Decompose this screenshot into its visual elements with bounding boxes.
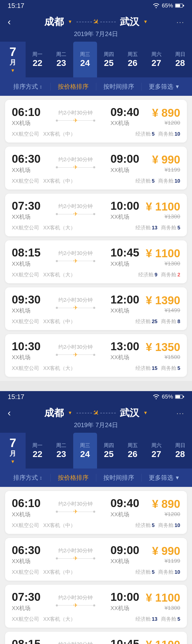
- day-label: 周一: [32, 442, 42, 449]
- duration: 约2小时30分钟: [58, 344, 92, 350]
- date-day-27[interactable]: 周六 27: [144, 433, 168, 469]
- more-button-2[interactable]: ···: [172, 409, 184, 417]
- sort-item-3[interactable]: 更多筛选▼: [142, 83, 187, 91]
- econ-seats: 经济舱 5: [135, 522, 155, 529]
- flight-card-1[interactable]: 06:30 XX机场 约2小时30分钟 ✈ 09:00 XX机场: [5, 538, 187, 581]
- sort-item-2[interactable]: 按时间排序: [96, 474, 142, 482]
- date-day-22[interactable]: 周一 22: [26, 42, 49, 77]
- to-city-2[interactable]: 武汉: [120, 406, 139, 419]
- flight-card-2[interactable]: 07:30 XX机场 约2小时30分钟 ✈ 10:00 XX机场: [5, 585, 187, 627]
- sort-item-0[interactable]: 排序方式↕: [5, 83, 50, 91]
- biz-count: 5: [177, 225, 180, 231]
- dep-time: 09:30: [12, 294, 41, 306]
- flight-card-0[interactable]: 06:10 XX机场 约2小时30分钟 ✈ 09:40 XX机场: [5, 491, 187, 534]
- arrival-info: 09:40 XX机场: [110, 106, 139, 127]
- date-day-27[interactable]: 周六 27: [144, 42, 168, 77]
- arr-time: 10:00: [110, 200, 139, 212]
- sort-item-1[interactable]: 按价格排序: [51, 83, 96, 91]
- date-day-23[interactable]: 周二 23: [49, 433, 73, 469]
- airline-name: XX航空公司: [12, 365, 39, 372]
- date-day-28[interactable]: 周日 28: [168, 42, 192, 77]
- flight-card-1[interactable]: 06:30 XX机场 约2小时30分钟 ✈ 09:00 XX机场: [5, 147, 187, 189]
- arr-airport: XX机场: [110, 557, 139, 565]
- flight-card-5[interactable]: 10:30 XX机场 约2小时30分钟 ✈ 13:00 XX机场: [5, 334, 187, 377]
- duration: 约2小时30分钟: [58, 109, 92, 116]
- departure-info: 06:10 XX机场: [12, 106, 41, 127]
- back-button-2[interactable]: ‹: [8, 408, 20, 418]
- flight-card-4[interactable]: 09:30 XX机场 约2小时30分钟 ✈ 12:00 XX机场: [5, 287, 187, 330]
- month-number-2: 7: [9, 437, 16, 449]
- flight-card-3[interactable]: 08:15 XX机场 约2小时30分钟 ✈ 10:45 XX机场: [5, 240, 187, 283]
- biz-count: 5: [177, 365, 180, 371]
- econ-count: 5: [152, 569, 155, 575]
- from-city-arrow-2: ▼: [68, 410, 72, 416]
- date-picker: 7 月 ▼ 周一 22 周二 23 周三 24 周四 25 周五 26 周六 2…: [0, 42, 192, 77]
- to-city[interactable]: 武汉: [120, 15, 139, 28]
- econ-seats: 经济舱 5: [135, 569, 155, 576]
- sort-item-3[interactable]: 更多筛选▼: [142, 474, 187, 482]
- from-city-2[interactable]: 成都: [44, 406, 64, 419]
- departure-info: 06:30 XX机场: [12, 153, 41, 174]
- flight-card-3[interactable]: 08:15 XX机场 约2小时30分钟 ✈ 10:45 XX机场: [5, 632, 187, 644]
- route-arrow: ✈: [77, 17, 116, 26]
- price-main: ¥ 990: [152, 154, 180, 166]
- sort-item-2[interactable]: 按时间排序: [96, 83, 142, 91]
- month-arrow[interactable]: ▼: [10, 68, 15, 73]
- date-day-24[interactable]: 周三 24: [73, 433, 97, 469]
- arr-time: 12:00: [110, 294, 139, 306]
- day-num: 22: [33, 449, 42, 459]
- arrival-info: 10:00 XX机场: [110, 200, 139, 221]
- date-day-25[interactable]: 周四 25: [97, 42, 121, 77]
- biz-seats: 商务舱 10: [158, 569, 180, 576]
- svg-rect-4: [176, 395, 180, 398]
- month-arrow-2[interactable]: ▼: [10, 459, 15, 464]
- price-main: ¥ 1100: [146, 639, 180, 644]
- from-city[interactable]: 成都: [44, 15, 64, 28]
- airline-name: XX航空公司: [12, 224, 39, 231]
- price-info: ¥ 990 ¥1199: [139, 154, 180, 173]
- price-info: ¥ 1350 ¥1500: [139, 341, 180, 360]
- departure-info: 07:30 XX机场: [12, 200, 41, 221]
- dep-airport: XX机场: [12, 260, 41, 268]
- sort-item-1[interactable]: 按价格排序: [51, 474, 96, 482]
- date-day-23[interactable]: 周二 23: [49, 42, 73, 77]
- date-day-25[interactable]: 周四 25: [97, 433, 121, 469]
- airline-info: XX航空公司 XX客机（大）: [12, 616, 76, 623]
- flight-card-0[interactable]: 06:10 XX机场 约2小时30分钟 ✈ 09:40 XX机场: [5, 100, 187, 143]
- month-label-2: 月: [9, 449, 16, 458]
- departure-info: 10:30 XX机场: [12, 340, 41, 361]
- back-button[interactable]: ‹: [8, 17, 20, 27]
- airline-name: XX航空公司: [12, 569, 39, 576]
- day-num: 28: [175, 58, 185, 68]
- econ-label: 经济舱: [138, 271, 154, 278]
- arr-time: 13:00: [110, 340, 139, 353]
- flight-card-2[interactable]: 07:30 XX机场 约2小时30分钟 ✈ 10:00 XX机场: [5, 194, 187, 236]
- date-day-24[interactable]: 周三 24: [73, 42, 97, 77]
- plane-type: XX客机（大）: [43, 365, 76, 372]
- date-day-26[interactable]: 周五 26: [121, 433, 144, 469]
- price-info: ¥ 1390 ¥1499: [139, 294, 180, 314]
- day-label: 周五: [127, 51, 138, 58]
- biz-count: 2: [177, 272, 180, 278]
- dep-airport: XX机场: [12, 604, 41, 612]
- day-label: 周一: [32, 51, 42, 58]
- flight-plane-icon: ✈: [73, 164, 78, 171]
- flight-middle: 约2小时30分钟 ✈: [41, 594, 111, 609]
- flight-middle: 约2小时30分钟 ✈: [41, 203, 111, 217]
- date-day-22[interactable]: 周一 22: [26, 433, 49, 469]
- day-num: 27: [152, 58, 161, 68]
- status-time: 15:17: [8, 2, 24, 10]
- plane-type: XX客机（中）: [43, 131, 76, 137]
- date-day-26[interactable]: 周五 26: [121, 42, 144, 77]
- more-button[interactable]: ···: [172, 18, 184, 26]
- seats-info: 经济舱 13 商务舱 5: [135, 616, 180, 623]
- sort-item-0[interactable]: 排序方式↕: [5, 474, 50, 482]
- day-label: 周日: [175, 442, 185, 449]
- date-day-28[interactable]: 周日 28: [168, 433, 192, 469]
- airline-info: XX航空公司 XX客机（大）: [12, 271, 76, 278]
- svg-rect-1: [176, 4, 180, 7]
- price-orig: ¥1500: [165, 354, 180, 360]
- dep-time: 06:30: [12, 544, 41, 556]
- biz-seats: 商务舱 10: [158, 131, 180, 137]
- day-num: 25: [104, 449, 114, 459]
